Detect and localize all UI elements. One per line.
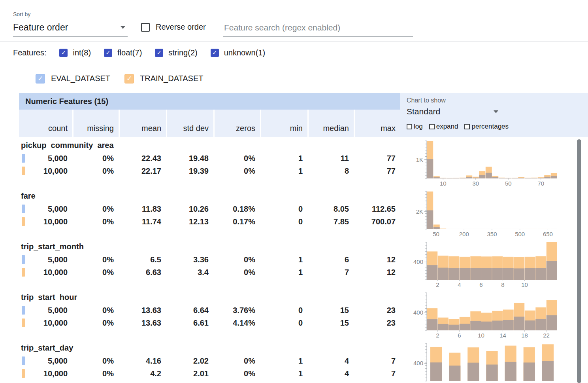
stat-row-train: 10,0000%11.7412.130.17%07.85700.07 [19, 215, 400, 228]
chart-column: 2K50200350500650 [400, 188, 588, 238]
train-dataset-checkbox[interactable]: ✓ [124, 74, 134, 83]
checked-checkbox-icon[interactable]: ✓ [59, 49, 68, 57]
chart-type-select[interactable]: Standard [407, 105, 501, 119]
stat-value: 15 [340, 319, 349, 328]
vertical-scrollbar[interactable] [577, 139, 581, 383]
checked-checkbox-icon[interactable]: ✓ [104, 49, 112, 57]
stat-cell: 3.4 [166, 266, 213, 279]
x-axis-tick-label: 30 [472, 180, 479, 187]
stat-cell: 5,000 [19, 355, 72, 367]
table-title: Numeric Features (15) [25, 97, 108, 106]
column-header: mean [119, 110, 166, 137]
chart-column: 400 [400, 339, 588, 383]
dataset-legend-item: ✓TRAIN_DATASET [124, 74, 203, 83]
stat-value: 6.5 [150, 255, 161, 264]
stat-value: 0% [244, 167, 255, 176]
column-header: zeros [213, 110, 260, 137]
stat-value: 112.65 [372, 205, 396, 214]
stat-cell: 700.07 [354, 215, 400, 228]
stat-cell: 11.83 [119, 203, 166, 215]
stat-cell: 4.16 [119, 355, 166, 367]
stat-value: 0% [102, 205, 114, 214]
feature-block: trip_start_hour5,0000%13.636.643.76%0152… [19, 289, 588, 339]
stat-value: 10,000 [43, 268, 68, 277]
stat-cell: 7.85 [307, 215, 354, 228]
stat-cell: 0% [72, 367, 119, 380]
stat-value: 0% [102, 319, 114, 328]
stat-value: 12 [387, 268, 396, 277]
stat-cell: 10,000 [19, 165, 72, 177]
stat-cell: 10,000 [19, 317, 72, 329]
stat-cell: 7 [354, 355, 400, 367]
stat-cell: 11 [307, 152, 354, 165]
expand-checkbox[interactable] [429, 124, 435, 129]
stat-value: 2.02 [193, 356, 209, 366]
dataset-label: EVAL_DATASET [51, 74, 110, 83]
stat-cell: 0% [213, 165, 260, 177]
stat-cell: 0.18% [213, 203, 260, 215]
percentages-checkbox[interactable] [464, 124, 470, 129]
feature-block: pickup_community_area5,0000%22.4319.480%… [19, 137, 588, 188]
stat-cell: 19.48 [166, 152, 213, 165]
eval-dataset-checkbox[interactable]: ✓ [36, 74, 45, 83]
reverse-order-checkbox[interactable] [141, 23, 150, 32]
stat-value: 1 [298, 255, 303, 264]
feature-histogram: 400246810 [411, 241, 561, 289]
feature-stats: trip_start_day5,0000%4.162.020%14710,000… [19, 339, 400, 383]
stat-cell: 12 [354, 266, 400, 279]
stat-cell: 13.63 [119, 304, 166, 317]
x-axis-tick-label: 10 [521, 281, 528, 288]
stat-value: 77 [387, 154, 396, 163]
stat-cell: 0% [72, 253, 119, 266]
stat-value: 0% [102, 167, 114, 176]
feature-search [223, 20, 413, 37]
feature-type-filter: ✓unknown(1) [211, 48, 266, 57]
reverse-order-control: Reverse order [141, 23, 206, 32]
stat-row-eval: 5,0000%11.8310.260.18%08.05112.65 [19, 203, 400, 215]
train-dataset-indicator [22, 167, 25, 175]
stat-cell: 1 [260, 253, 307, 266]
feature-block: fare5,0000%11.8310.260.18%08.05112.6510,… [19, 188, 588, 238]
eval-dataset-indicator [22, 255, 25, 264]
chart-option-checkboxes: logexpandpercentages [407, 123, 588, 131]
stat-value: 11 [341, 154, 349, 163]
stat-cell: 0 [260, 304, 307, 317]
stat-cell: 0 [260, 215, 307, 228]
stat-cell: 0% [72, 215, 119, 228]
stat-value: 19.39 [189, 167, 209, 176]
stat-row-train: 10,0000%22.1719.390%1877 [19, 165, 400, 177]
stat-value: 0.18% [233, 205, 255, 214]
stat-cell: 5,000 [19, 304, 72, 317]
stat-cell: 22.43 [119, 152, 166, 165]
log-checkbox[interactable] [407, 124, 412, 129]
features-filter-bar: Features: ✓int(8)✓float(7)✓string(2)✓unk… [0, 42, 588, 64]
y-axis-label: 400 [413, 309, 423, 316]
stat-cell: 12.13 [166, 215, 213, 228]
stat-cell: 0% [72, 203, 119, 215]
stat-row-eval: 5,0000%4.162.020%147 [19, 355, 400, 367]
sort-by-dropdown[interactable]: Sort by Feature order [13, 11, 128, 37]
column-header: median [307, 110, 354, 137]
checked-checkbox-icon[interactable]: ✓ [155, 49, 163, 57]
stat-value: 4 [345, 356, 349, 366]
stat-value: 1 [298, 369, 303, 378]
stat-value: 8.05 [334, 205, 349, 214]
stat-cell: 4 [307, 355, 354, 367]
y-axis-label: 400 [413, 360, 423, 366]
checked-checkbox-icon[interactable]: ✓ [211, 49, 219, 57]
x-axis-tick-label: 2 [436, 281, 439, 288]
feature-name: trip_start_hour [21, 293, 400, 302]
y-axis-label: 2K [416, 208, 423, 215]
feature-stats: pickup_community_area5,0000%22.4319.480%… [19, 137, 400, 188]
chart-column: 1K10305070 [400, 137, 588, 188]
dropdown-caret-icon [121, 26, 125, 29]
x-axis-tick-label: 50 [433, 231, 439, 237]
feature-search-input[interactable] [223, 20, 413, 36]
stat-cell: 4 [307, 367, 354, 380]
dataset-label: TRAIN_DATASET [140, 74, 203, 83]
feature-block: trip_start_day5,0000%4.162.020%14710,000… [19, 339, 588, 383]
chart-option-label: percentages [471, 123, 509, 131]
stat-value: 0% [102, 217, 114, 226]
stat-value: 7 [391, 369, 396, 378]
chart-type-value: Standard [407, 107, 440, 116]
